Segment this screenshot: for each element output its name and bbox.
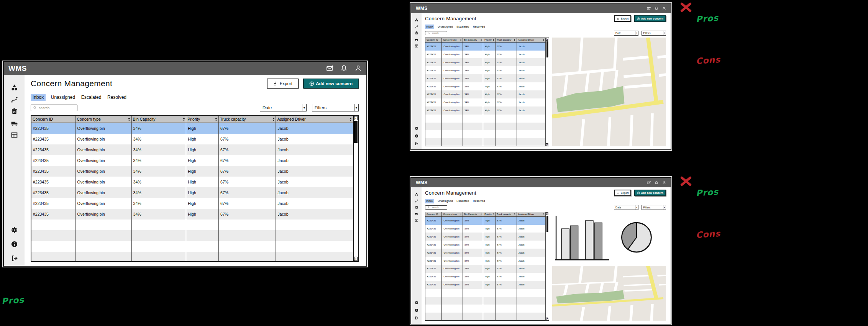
- trash-bin-icon[interactable]: [415, 31, 418, 35]
- table-row[interactable]: #223435Overflowing bin34%High67%Jacob: [31, 209, 353, 220]
- tab-inbox[interactable]: Inbox: [425, 199, 434, 203]
- table-row[interactable]: #223435Overflowing bin34%High67%Jacob: [425, 74, 545, 82]
- table-row[interactable]: [425, 313, 545, 321]
- truck-icon[interactable]: [11, 120, 18, 127]
- table-row[interactable]: #223435Overflowing bin34%High67%Jacob: [31, 166, 353, 177]
- user-icon[interactable]: [662, 181, 666, 185]
- search-box[interactable]: [425, 205, 447, 210]
- dashboard-icon[interactable]: [11, 131, 18, 139]
- tab-unassigned[interactable]: Unassigned: [437, 199, 453, 203]
- mail-icon[interactable]: [647, 7, 651, 10]
- column-header[interactable]: Bin Capacity: [131, 116, 186, 123]
- truck-icon[interactable]: [415, 38, 418, 41]
- table-row[interactable]: #223435Overflowing bin34%High67%Jacob: [31, 187, 353, 198]
- export-button[interactable]: Export: [614, 190, 631, 196]
- add-new-concern-button[interactable]: Add new concern: [634, 15, 666, 22]
- info-icon[interactable]: [415, 308, 418, 312]
- route-icon[interactable]: [11, 96, 18, 103]
- scroll-up-icon[interactable]: ▲: [546, 38, 548, 41]
- table-row[interactable]: #223435Overflowing bin34%High67%Jacob: [425, 241, 545, 249]
- scroll-down-icon[interactable]: ▼: [546, 318, 548, 320]
- bell-icon[interactable]: [655, 7, 658, 10]
- column-header[interactable]: Assigned Driver: [276, 116, 353, 123]
- scroll-up-icon[interactable]: ▲: [354, 116, 358, 120]
- user-icon[interactable]: [662, 7, 666, 10]
- table-row[interactable]: #223435Overflowing bin34%High67%Jacob: [425, 90, 545, 98]
- info-icon[interactable]: [415, 134, 418, 138]
- settings-icon[interactable]: [415, 126, 418, 130]
- column-header[interactable]: Concern type: [75, 116, 131, 123]
- tab-unassigned[interactable]: Unassigned: [437, 25, 453, 29]
- table-row[interactable]: #223435Overflowing bin34%High67%Jacob: [425, 265, 545, 273]
- tab-unassigned[interactable]: Unassigned: [50, 94, 76, 101]
- table-row[interactable]: #223435Overflowing bin34%High67%Jacob: [425, 106, 545, 115]
- column-header[interactable]: Assigned Driver: [517, 38, 545, 43]
- table-row[interactable]: #223435Overflowing bin34%High67%Jacob: [425, 225, 545, 233]
- vertical-scrollbar[interactable]: ▲ ▼: [353, 116, 358, 261]
- table-row[interactable]: [31, 220, 353, 230]
- table-row[interactable]: #223435Overflowing bin34%High67%Jacob: [425, 58, 545, 66]
- scroll-down-icon[interactable]: ▼: [354, 257, 358, 261]
- logout-icon[interactable]: [415, 316, 418, 320]
- logout-icon[interactable]: [11, 255, 18, 262]
- scrollbar-thumb[interactable]: [354, 121, 358, 143]
- column-header[interactable]: Concern type: [442, 38, 463, 43]
- tab-resolved[interactable]: Resolved: [473, 199, 486, 203]
- table-row[interactable]: #223435Overflowing bin34%High67%Jacob: [425, 249, 545, 257]
- column-header[interactable]: Concern ID: [31, 116, 75, 123]
- bins-cluster-icon[interactable]: [415, 18, 418, 22]
- truck-icon[interactable]: [415, 212, 418, 216]
- trash-bin-icon[interactable]: [11, 108, 18, 115]
- bins-cluster-icon[interactable]: [415, 192, 418, 196]
- table-row[interactable]: #223435Overflowing bin34%High67%Jacob: [31, 198, 353, 209]
- bins-cluster-icon[interactable]: [11, 84, 18, 91]
- table-row[interactable]: [425, 123, 545, 131]
- column-header[interactable]: Truck capacity: [219, 116, 276, 123]
- table-row[interactable]: [425, 289, 545, 297]
- column-header[interactable]: Concern ID: [425, 38, 442, 43]
- table-row[interactable]: [425, 115, 545, 123]
- column-header[interactable]: Priority: [483, 38, 496, 43]
- table-row[interactable]: #223435Overflowing bin34%High67%Jacob: [31, 123, 353, 134]
- table-row[interactable]: [425, 130, 545, 138]
- table-row[interactable]: #223435Overflowing bin34%High67%Jacob: [425, 257, 545, 265]
- table-row[interactable]: #223435Overflowing bin34%High67%Jacob: [425, 42, 545, 50]
- add-new-concern-button[interactable]: Add new concern: [303, 79, 359, 88]
- settings-icon[interactable]: [11, 226, 18, 234]
- table-row[interactable]: #223435Overflowing bin34%High67%Jacob: [31, 134, 353, 144]
- user-icon[interactable]: [354, 65, 362, 72]
- column-header[interactable]: Concern type: [442, 212, 463, 217]
- search-box[interactable]: [31, 105, 77, 111]
- add-new-concern-button[interactable]: Add new concern: [634, 190, 666, 196]
- date-dropdown[interactable]: Date ▾: [260, 104, 307, 111]
- logout-icon[interactable]: [415, 142, 418, 146]
- vertical-scrollbar[interactable]: ▲ ▼: [546, 38, 549, 146]
- tab-escalated[interactable]: Escalated: [456, 25, 469, 29]
- column-header[interactable]: Bin Capacity: [463, 38, 483, 43]
- tab-escalated[interactable]: Escalated: [456, 199, 469, 203]
- table-row[interactable]: [31, 230, 353, 241]
- mail-icon[interactable]: [647, 181, 651, 185]
- filters-dropdown[interactable]: Filters ▾: [312, 104, 359, 111]
- table-row[interactable]: #223435Overflowing bin34%High67%Jacob: [425, 51, 545, 59]
- tab-resolved[interactable]: Resolved: [107, 94, 127, 101]
- table-row[interactable]: [425, 138, 545, 146]
- filters-dropdown[interactable]: Filters ▾: [642, 31, 666, 36]
- table-row[interactable]: [425, 297, 545, 305]
- export-button[interactable]: Export: [614, 15, 631, 22]
- filters-dropdown[interactable]: Filters ▾: [642, 205, 666, 210]
- table-row[interactable]: #223435Overflowing bin34%High67%Jacob: [31, 144, 353, 155]
- column-header[interactable]: Priority: [186, 116, 219, 123]
- tab-escalated[interactable]: Escalated: [80, 94, 102, 101]
- table-row[interactable]: #223435Overflowing bin34%High67%Jacob: [425, 273, 545, 281]
- settings-icon[interactable]: [415, 301, 418, 305]
- table-row[interactable]: #223435Overflowing bin34%High67%Jacob: [425, 66, 545, 74]
- info-icon[interactable]: [11, 241, 18, 248]
- date-dropdown[interactable]: Date ▾: [614, 205, 638, 210]
- mail-icon[interactable]: [326, 65, 333, 72]
- date-dropdown[interactable]: Date ▾: [614, 31, 638, 36]
- column-header[interactable]: Truck capacity: [495, 38, 517, 43]
- table-row[interactable]: #223435Overflowing bin34%High67%Jacob: [425, 82, 545, 90]
- search-input[interactable]: [432, 206, 445, 208]
- tab-resolved[interactable]: Resolved: [473, 25, 486, 29]
